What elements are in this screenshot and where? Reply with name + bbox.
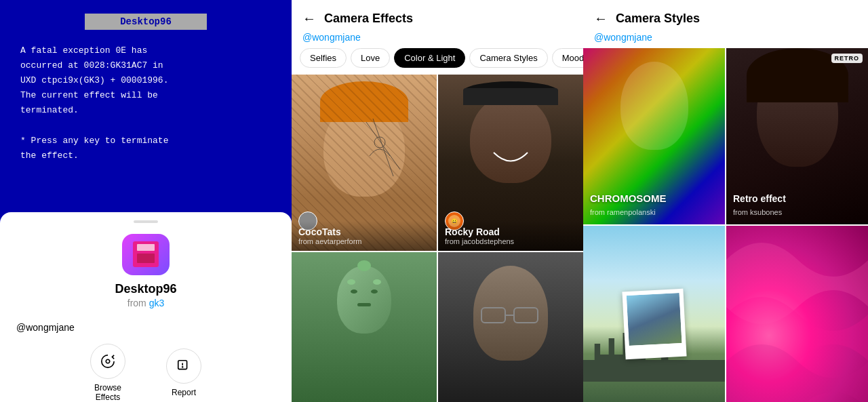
polaroid-frame xyxy=(622,289,686,360)
middle-username[interactable]: @wongmjane xyxy=(292,32,583,48)
browse-label: BrowseEffects xyxy=(94,383,121,402)
effect-author: from gk3 xyxy=(127,298,164,308)
polaroid-photo xyxy=(626,293,682,346)
rockyroad-author: from jacobdstephens xyxy=(445,237,576,245)
cocotats-name: CocoTats xyxy=(298,226,430,237)
camera-styles-panel: ← Camera Styles @wongmjane CHROMOSOME fr… xyxy=(583,0,868,402)
tab-love[interactable]: Love xyxy=(351,48,390,68)
tab-mood[interactable]: Mood xyxy=(552,48,583,68)
camera-effects-header: ← Camera Effects xyxy=(292,0,583,32)
chromosome-author: from ramenpolanski xyxy=(590,208,656,216)
camera-effects-title: Camera Effects xyxy=(324,12,413,26)
style-cell-cityscape[interactable] xyxy=(583,226,725,402)
buddha-bg xyxy=(292,252,437,402)
styles-username[interactable]: @wongmjane xyxy=(583,32,868,48)
rockyroad-info: Rocky Road from jacobdstephens xyxy=(438,221,583,251)
retro-name: Retro effect xyxy=(733,193,786,204)
tab-camera-styles[interactable]: Camera Styles xyxy=(469,48,547,68)
left-panel: Desktop96 A fatal exception 0E has occur… xyxy=(0,0,292,402)
username-tag: @wongmjane xyxy=(0,322,75,333)
glasses-svg xyxy=(480,306,541,327)
effect-cell-portrait[interactable] xyxy=(438,252,583,402)
effect-title: Desktop96 xyxy=(115,282,176,296)
report-label: Report xyxy=(172,388,196,397)
cocotats-info: CocoTats from aevtarperform xyxy=(292,221,437,251)
effect-icon xyxy=(122,234,170,275)
buddha-head xyxy=(337,266,391,334)
effect-cell-buddha[interactable] xyxy=(292,252,437,402)
style-cell-chromosome[interactable]: CHROMOSOME from ramenpolanski xyxy=(583,48,725,224)
cocotats-author: from aevtarperform xyxy=(298,237,430,245)
svg-point-3 xyxy=(182,367,183,367)
portrait-bg xyxy=(438,252,583,402)
action-buttons: BrowseEffects Report xyxy=(90,344,201,402)
rockyroad-name: Rocky Road xyxy=(445,226,576,237)
browse-icon-circle xyxy=(90,344,125,379)
tab-selfies[interactable]: Selfies xyxy=(300,48,347,68)
effect-cell-cocotats[interactable]: CocoTats from aevtarperform xyxy=(292,75,437,251)
svg-line-5 xyxy=(373,119,393,176)
camera-styles-header: ← Camera Styles xyxy=(583,0,868,32)
retro-author: from ksubones xyxy=(733,208,782,216)
svg-line-4 xyxy=(366,122,400,169)
tab-color-light[interactable]: Color & Light xyxy=(394,48,465,68)
style-cell-pink[interactable] xyxy=(726,226,868,402)
report-icon-circle xyxy=(166,348,201,384)
tabs-row: Selfies Love Color & Light Camera Styles… xyxy=(292,48,583,75)
floppy-disk-icon xyxy=(133,241,159,267)
report-button[interactable]: Report xyxy=(166,348,201,397)
svg-point-6 xyxy=(374,137,385,148)
retro-badge: RETRO xyxy=(831,54,863,63)
report-icon xyxy=(176,359,191,374)
svg-point-0 xyxy=(106,359,110,363)
effects-grid: CocoTats from aevtarperform 😀 Rocky Road xyxy=(292,75,583,402)
browse-effects-button[interactable]: BrowseEffects xyxy=(90,344,125,402)
svg-rect-8 xyxy=(514,308,538,323)
effect-cell-rockyroad[interactable]: 😀 Rocky Road from jacobdstephens xyxy=(438,75,583,251)
drag-handle xyxy=(134,220,158,223)
bsod-text: A fatal exception 0E has occurred at 002… xyxy=(0,43,292,163)
browse-icon xyxy=(100,354,115,369)
chromosome-label: CHROMOSOME xyxy=(590,193,667,204)
back-button[interactable]: ← xyxy=(302,11,316,26)
wave-pattern xyxy=(726,226,868,402)
svg-rect-7 xyxy=(481,308,505,323)
camera-effects-panel: ← Camera Effects @wongmjane Selfies Love… xyxy=(292,0,583,402)
bsod-area: Desktop96 A fatal exception 0E has occur… xyxy=(0,0,292,220)
camera-styles-title: Camera Styles xyxy=(616,12,700,26)
smile-svg xyxy=(490,149,531,169)
style-cell-retro[interactable]: RETRO Retro effect from ksubones xyxy=(726,48,868,224)
bottom-sheet: Desktop96 from gk3 @wongmjane BrowseEffe… xyxy=(0,212,292,402)
styles-grid: CHROMOSOME from ramenpolanski RETRO Retr… xyxy=(583,48,868,402)
styles-back-button[interactable]: ← xyxy=(594,11,608,26)
bsod-title: Desktop96 xyxy=(85,14,207,30)
tattoo-lines xyxy=(359,115,414,183)
